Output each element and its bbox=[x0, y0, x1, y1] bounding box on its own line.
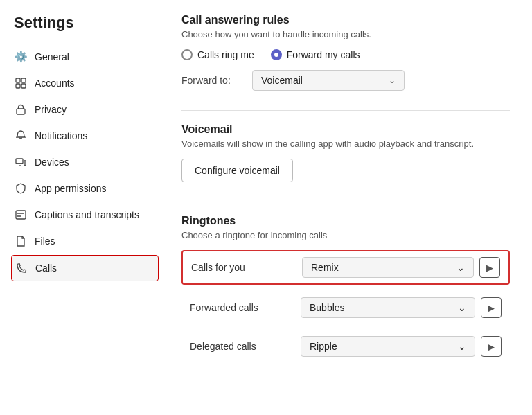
ringtone-calls-for-you-select[interactable]: Remix ⌄ bbox=[302, 257, 474, 278]
radio-ring-me-circle[interactable] bbox=[181, 49, 193, 60]
ringtone-forwarded-calls-value: Bubbles bbox=[310, 302, 345, 313]
sidebar-item-calls[interactable]: Calls bbox=[11, 255, 159, 281]
ringtone-delegated-calls-label: Delegated calls bbox=[190, 341, 301, 352]
sidebar-item-label: Calls bbox=[35, 263, 57, 274]
configure-voicemail-button[interactable]: Configure voicemail bbox=[181, 159, 293, 182]
ringtones-section: Ringtones Choose a ringtone for incoming… bbox=[181, 215, 510, 362]
forward-to-select[interactable]: Voicemail ⌄ bbox=[252, 70, 405, 91]
sidebar-item-label: Accounts bbox=[35, 78, 75, 89]
main-content: Call answering rules Choose how you want… bbox=[159, 0, 532, 415]
bell-icon bbox=[14, 129, 28, 143]
chevron-down-icon: ⌄ bbox=[458, 341, 466, 352]
ringtone-calls-for-you-value: Remix bbox=[311, 262, 339, 273]
sidebar-item-app-permissions[interactable]: App permissions bbox=[11, 176, 159, 201]
sidebar: Settings ⚙️ General Accounts Privacy bbox=[0, 0, 159, 415]
svg-rect-6 bbox=[16, 211, 26, 219]
call-answering-desc: Choose how you want to handle incoming c… bbox=[181, 29, 510, 39]
sidebar-item-notifications[interactable]: Notifications bbox=[11, 123, 159, 148]
ringtones-title: Ringtones bbox=[181, 215, 510, 227]
ringtone-row-calls-for-you: Calls for you Remix ⌄ ▶ bbox=[181, 250, 510, 285]
svg-rect-2 bbox=[16, 84, 20, 88]
voicemail-title: Voicemail bbox=[181, 123, 510, 136]
sidebar-item-privacy[interactable]: Privacy bbox=[11, 97, 159, 122]
captions-icon bbox=[14, 208, 28, 222]
radio-ring-me[interactable]: Calls ring me bbox=[181, 49, 254, 60]
chevron-down-icon: ⌄ bbox=[458, 302, 466, 313]
sidebar-item-label: Files bbox=[35, 236, 55, 247]
sidebar-item-captions[interactable]: Captions and transcripts bbox=[11, 202, 159, 227]
voicemail-desc: Voicemails will show in the calling app … bbox=[181, 139, 510, 149]
file-icon bbox=[14, 234, 28, 248]
forward-to-value: Voicemail bbox=[261, 75, 303, 86]
sidebar-item-label: Devices bbox=[35, 157, 69, 168]
sidebar-item-accounts[interactable]: Accounts bbox=[11, 71, 159, 96]
sidebar-item-files[interactable]: Files bbox=[11, 229, 159, 254]
lock-icon bbox=[14, 103, 28, 116]
svg-rect-0 bbox=[16, 78, 20, 82]
forward-to-label: Forward to: bbox=[181, 75, 244, 86]
ringtone-delegated-calls-select[interactable]: Ripple ⌄ bbox=[301, 336, 475, 357]
forward-to-row: Forward to: Voicemail ⌄ bbox=[181, 70, 510, 91]
chevron-down-icon: ⌄ bbox=[389, 76, 396, 85]
sidebar-item-label: General bbox=[35, 51, 69, 62]
sidebar-item-label: Privacy bbox=[35, 104, 66, 115]
ringtone-forwarded-calls-label: Forwarded calls bbox=[190, 302, 301, 313]
ringtone-calls-for-you-play-button[interactable]: ▶ bbox=[479, 257, 500, 278]
radio-forward[interactable]: Forward my calls bbox=[271, 49, 360, 60]
shield-icon bbox=[14, 182, 28, 195]
chevron-down-icon: ⌄ bbox=[456, 262, 465, 273]
radio-forward-label: Forward my calls bbox=[287, 49, 360, 60]
page-title: Settings bbox=[11, 14, 159, 32]
ringtone-delegated-calls-play-button[interactable]: ▶ bbox=[481, 336, 502, 357]
devices-icon bbox=[14, 155, 28, 169]
ringtone-delegated-calls-value: Ripple bbox=[310, 341, 337, 352]
sidebar-item-label: Captions and transcripts bbox=[35, 209, 139, 220]
ringtone-row-delegated-calls: Delegated calls Ripple ⌄ ▶ bbox=[181, 330, 510, 362]
ringtone-forwarded-calls-select[interactable]: Bubbles ⌄ bbox=[301, 297, 475, 318]
radio-forward-circle[interactable] bbox=[271, 49, 282, 60]
sidebar-item-general[interactable]: ⚙️ General bbox=[11, 44, 159, 69]
svg-rect-3 bbox=[21, 84, 26, 88]
svg-rect-1 bbox=[21, 78, 26, 82]
ringtone-row-forwarded-calls: Forwarded calls Bubbles ⌄ ▶ bbox=[181, 292, 510, 324]
radio-ring-me-label: Calls ring me bbox=[197, 49, 254, 60]
accounts-icon bbox=[14, 76, 28, 90]
divider-2 bbox=[181, 202, 510, 202]
divider-1 bbox=[181, 110, 510, 111]
sidebar-item-label: Notifications bbox=[35, 130, 87, 141]
ringtone-forwarded-calls-play-button[interactable]: ▶ bbox=[481, 297, 502, 318]
radio-group-call-answering: Calls ring me Forward my calls bbox=[181, 49, 510, 60]
voicemail-section: Voicemail Voicemails will show in the ca… bbox=[181, 123, 510, 182]
call-answering-section: Call answering rules Choose how you want… bbox=[181, 14, 510, 91]
sidebar-item-label: App permissions bbox=[35, 183, 107, 194]
svg-rect-4 bbox=[17, 109, 25, 114]
ringtone-calls-for-you-label: Calls for you bbox=[191, 262, 302, 273]
svg-rect-5 bbox=[16, 159, 23, 164]
gear-icon: ⚙️ bbox=[14, 50, 28, 64]
phone-icon bbox=[15, 261, 28, 275]
ringtones-desc: Choose a ringtone for incoming calls bbox=[181, 230, 510, 240]
call-answering-title: Call answering rules bbox=[181, 14, 510, 26]
sidebar-item-devices[interactable]: Devices bbox=[11, 150, 159, 175]
